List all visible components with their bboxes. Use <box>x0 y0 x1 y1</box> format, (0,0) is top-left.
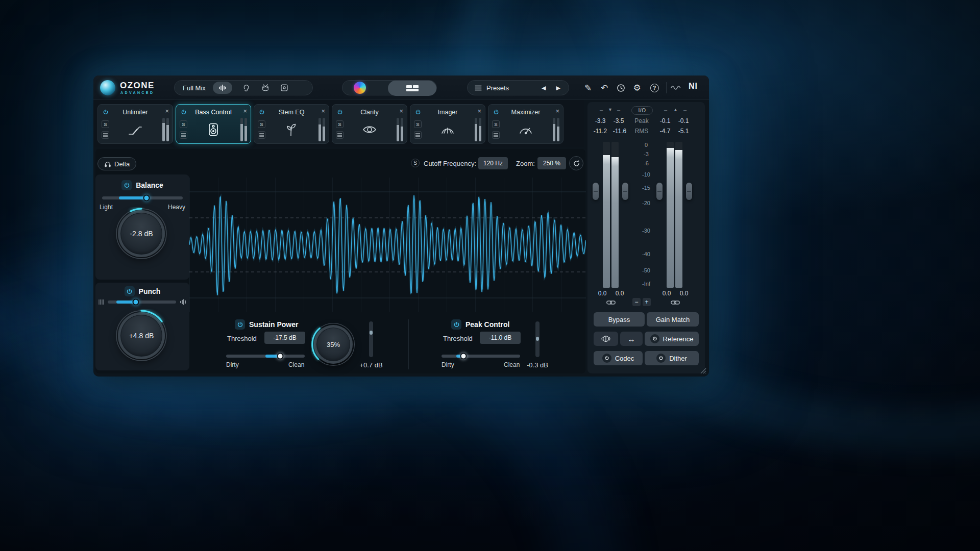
undo-button[interactable]: ↶ <box>599 82 610 93</box>
input-gain-handle-left[interactable] <box>593 183 599 200</box>
module-power-button[interactable] <box>179 108 188 116</box>
peak-slider[interactable] <box>442 355 520 358</box>
module-solo-button[interactable]: S <box>414 120 422 128</box>
balance-slider[interactable] <box>102 196 183 199</box>
power-icon <box>103 109 109 115</box>
module-solo-button[interactable]: S <box>180 120 187 128</box>
output-peak-right: -0.1 <box>675 117 692 124</box>
ai-assistant-toggle[interactable] <box>354 82 366 94</box>
module-power-button[interactable] <box>335 108 344 116</box>
balance-knob[interactable]: -2.8 dB <box>118 210 165 257</box>
punch-slider[interactable] <box>108 300 176 304</box>
module-solo-button[interactable]: S <box>492 120 500 128</box>
module-power-button[interactable] <box>413 108 422 116</box>
input-meter-mode-button[interactable]: ▼ <box>608 107 612 112</box>
module-menu-button[interactable] <box>102 131 109 139</box>
help-button[interactable]: ? <box>649 82 660 93</box>
input-gain-handle-right[interactable] <box>622 183 628 200</box>
punch-slider-handle[interactable] <box>132 299 139 306</box>
modules-view-toggle[interactable] <box>388 81 436 96</box>
sustain-gain-meter[interactable] <box>369 321 373 357</box>
module-card-unlimiter[interactable]: Unlimiter × S <box>97 104 173 144</box>
module-power-button[interactable] <box>492 108 500 116</box>
preset-prev-button[interactable]: ◀ <box>542 85 546 91</box>
reference-power-button[interactable] <box>650 334 659 343</box>
module-solo-button[interactable]: S <box>258 120 265 128</box>
module-close-button[interactable]: × <box>321 107 325 115</box>
codec-power-button[interactable] <box>602 354 611 363</box>
sustain-slider-handle[interactable] <box>277 353 284 360</box>
drums-tab[interactable] <box>261 84 270 92</box>
sustain-threshold-value[interactable]: -17.5 dB <box>264 332 305 344</box>
punch-knob[interactable]: +4.8 dB <box>118 312 165 359</box>
cutoff-frequency-value[interactable]: 120 Hz <box>478 157 508 169</box>
sustain-title: Sustain Power <box>249 320 298 329</box>
delta-button[interactable]: Delta <box>97 157 136 170</box>
module-solo-button[interactable]: S <box>336 120 344 128</box>
io-toggle[interactable]: I/O <box>631 106 653 115</box>
module-menu-button[interactable] <box>492 131 500 139</box>
module-close-button[interactable]: × <box>165 107 169 115</box>
presets-label[interactable]: Presets <box>486 84 542 92</box>
swap-channels-button[interactable]: ↔ <box>620 332 643 346</box>
output-meter-mode-button[interactable]: ▲ <box>673 107 678 112</box>
zoom-in-meters-button[interactable]: + <box>643 298 651 306</box>
mix-selector-label[interactable]: Full Mix <box>175 84 213 92</box>
bass-tab[interactable] <box>280 84 288 92</box>
history-button[interactable] <box>615 82 626 93</box>
reference-button[interactable]: Reference <box>645 332 699 346</box>
sustain-slider[interactable] <box>226 355 305 358</box>
cutoff-solo-button[interactable]: S <box>411 159 420 167</box>
zoom-value[interactable]: 250 % <box>537 157 566 169</box>
dither-button[interactable]: Dither <box>645 351 699 365</box>
peak-power-button[interactable] <box>451 319 461 330</box>
sustain-amount-knob[interactable]: 35% <box>314 325 353 364</box>
output-link-button[interactable] <box>671 300 680 305</box>
module-solo-button[interactable]: S <box>102 120 109 128</box>
mid-side-button[interactable] <box>594 332 618 346</box>
module-menu-button[interactable] <box>258 131 265 139</box>
punch-power-button[interactable] <box>125 286 135 296</box>
dither-power-button[interactable] <box>656 354 666 363</box>
full-mix-tab[interactable] <box>213 82 232 94</box>
module-card-imager[interactable]: Imager × S <box>410 104 485 144</box>
input-link-button[interactable] <box>606 300 616 305</box>
meter-option-dash: – <box>664 107 667 113</box>
module-card-maximizer[interactable]: Maximizer × S <box>488 104 564 144</box>
audiolens-button[interactable] <box>670 82 681 93</box>
bypass-button[interactable]: Bypass <box>594 312 645 327</box>
codec-button[interactable]: Codec <box>594 351 643 365</box>
module-close-button[interactable]: × <box>555 107 559 115</box>
peak-gain-meter[interactable] <box>535 321 540 357</box>
punch-value: +4.8 dB <box>118 312 165 359</box>
module-close-button[interactable]: × <box>399 107 403 115</box>
module-menu-button[interactable] <box>180 131 187 139</box>
gain-match-button[interactable]: Gain Match <box>647 312 699 327</box>
module-card-stem-eq[interactable]: Stem EQ × S <box>254 104 329 144</box>
peak-threshold-value[interactable]: -11.0 dB <box>480 332 521 344</box>
balance-slider-handle[interactable] <box>143 195 150 202</box>
vocals-tab[interactable] <box>242 84 251 92</box>
module-close-button[interactable]: × <box>243 107 247 115</box>
preset-next-button[interactable]: ▶ <box>556 85 560 91</box>
zoom-out-meters-button[interactable]: − <box>632 298 641 306</box>
blocks-icon <box>406 85 419 92</box>
balance-power-button[interactable] <box>121 180 132 190</box>
scale-tick: -15 <box>635 185 657 191</box>
loop-playback-button[interactable] <box>569 156 583 170</box>
module-power-button[interactable] <box>101 108 110 116</box>
output-gain-handle-left[interactable] <box>656 183 663 200</box>
output-gain-handle-right[interactable] <box>686 183 692 200</box>
module-card-bass-control[interactable]: Bass Control × S <box>176 104 251 144</box>
sustain-power-button[interactable] <box>235 319 245 330</box>
module-card-clarity[interactable]: Clarity × S <box>332 104 407 144</box>
edit-button[interactable]: ✎ <box>582 82 594 93</box>
module-menu-button[interactable] <box>414 131 422 139</box>
module-close-button[interactable]: × <box>477 107 481 115</box>
module-power-button[interactable] <box>257 108 266 116</box>
module-menu-button[interactable] <box>336 131 344 139</box>
resize-grip[interactable] <box>699 367 706 374</box>
waveform-display[interactable] <box>189 178 586 312</box>
peak-slider-handle[interactable] <box>460 353 467 360</box>
settings-button[interactable]: ⚙ <box>631 82 643 93</box>
